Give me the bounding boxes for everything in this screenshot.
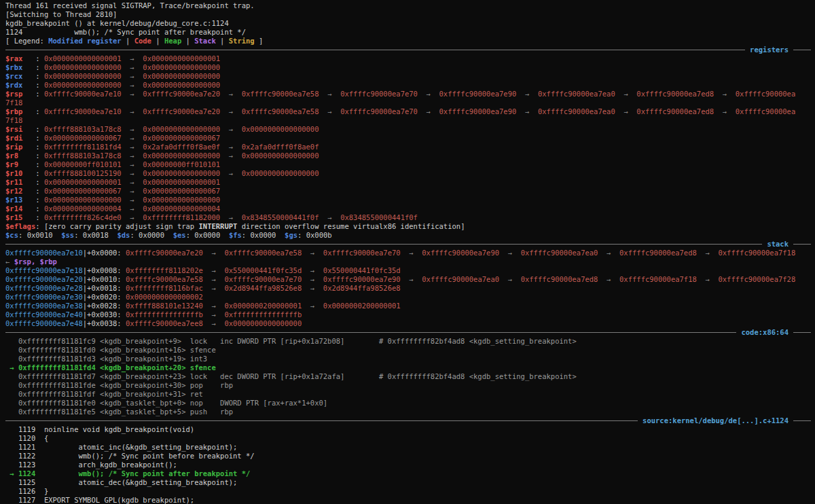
section-separator-registers: registers bbox=[5, 46, 815, 54]
text-segment: → bbox=[122, 63, 143, 71]
text-segment: 0xffffffff81182000 bbox=[143, 213, 220, 221]
text-segment: → bbox=[714, 107, 736, 115]
text-segment: $es bbox=[173, 231, 186, 239]
text-segment: → bbox=[122, 178, 143, 186]
text-segment: 0xffffc90000ea7e30 bbox=[5, 293, 83, 301]
text-segment: 0xffffc90000ea7e48 bbox=[5, 319, 83, 327]
text-segment: 0xffffc90000ea7f18 bbox=[718, 249, 795, 257]
register-row-r13: $r13 : 0x0000000000000000 → 0x0000000000… bbox=[5, 196, 815, 204]
text-segment: 0x0000000000000002 bbox=[126, 293, 203, 301]
text-segment: $rdi bbox=[5, 134, 22, 142]
text-segment: 0xffffc90000ea7ea0 bbox=[538, 90, 615, 98]
text-segment: : bbox=[22, 107, 44, 115]
text-segment: 0xffffc90000ea bbox=[736, 107, 796, 115]
text-segment: → bbox=[122, 72, 143, 80]
text-segment: : bbox=[22, 196, 44, 204]
text-segment: 0x2d8944ffa98526e8 bbox=[323, 284, 401, 292]
register-row-rbp: $rbp : 0xffffc90000ea7e10 → 0xffffc90000… bbox=[5, 107, 815, 116]
text-segment: 0xffffc90000ea7e20 bbox=[126, 249, 203, 257]
text-segment: 0xffffc90000ea7e70 bbox=[340, 107, 418, 115]
text-segment: → bbox=[220, 125, 242, 133]
text-segment: 0xffffc90000ea7e70 bbox=[224, 275, 302, 283]
text-segment: 0x0000000000000067 bbox=[143, 134, 220, 142]
text-segment: 0xffffc90000ea7ea0 bbox=[422, 275, 499, 283]
text-segment bbox=[276, 231, 285, 239]
text-segment: $rsi bbox=[5, 125, 22, 133]
register-row-rdi: $rdi : 0x0000000000000067 → 0x0000000000… bbox=[5, 134, 815, 143]
text-segment: 0x0000 bbox=[251, 231, 276, 239]
source-row: 1126 } bbox=[5, 487, 815, 496]
text-segment: 0xffffc90000ea7e70 bbox=[323, 249, 401, 257]
text-segment: |+0x0028: bbox=[83, 302, 126, 310]
register-row-r10: $r10 : 0xffff888100125190 → 0x0000000000… bbox=[5, 169, 815, 178]
text-segment: 0xffffffff81181fd3 <kgdb_breakpoint+19> … bbox=[5, 355, 207, 363]
stack-row: 0xffffc90000ea7e20|+0x0010: 0xffffc90000… bbox=[5, 275, 815, 284]
text-segment: 0xffffffff826c4de0 bbox=[44, 213, 122, 221]
text-segment: 0xffffc90000ea7ee8 bbox=[126, 319, 203, 327]
text-segment: → bbox=[122, 160, 143, 168]
text-segment: 0x0000000000000001 bbox=[44, 54, 122, 62]
text-segment: 0x0000000000000000 bbox=[44, 196, 122, 204]
text-segment: 0xffff888100125190 bbox=[44, 169, 122, 177]
register-row-rax: $rax : 0x0000000000000001 → 0x0000000000… bbox=[5, 54, 815, 63]
code-row: 0xffffffff81181fe5 <kgdb_tasklet_bpt+5> … bbox=[5, 408, 815, 416]
text-segment: | bbox=[181, 37, 194, 45]
text-segment: [zero carry parity adjust sign trap bbox=[44, 222, 199, 230]
text-segment: [ Legend: bbox=[5, 37, 48, 45]
text-segment: 1121 atomic_inc(&kgdb_setting_breakpoint… bbox=[5, 443, 237, 451]
text-segment: 0x0000000000000067 bbox=[44, 187, 122, 195]
section-separator-source: source:kernel/debug/de[...].c+1124 bbox=[5, 416, 815, 425]
text-segment: 0x0000000000000001 bbox=[143, 178, 220, 186]
text-segment: |+0x0038: bbox=[83, 319, 126, 327]
text-segment: 0xffffc90000ea7ed8 bbox=[636, 107, 714, 115]
section-title-code: code:x86:64 bbox=[741, 328, 789, 337]
text-segment: : bbox=[130, 231, 139, 239]
source-row: 1127 EXPORT_SYMBOL_GPL(kgdb_breakpoint); bbox=[5, 496, 815, 504]
text-segment: [Switching to Thread 2810] bbox=[5, 10, 117, 18]
code-row: 0xffffffff81181fd0 <kgdb_breakpoint+16> … bbox=[5, 346, 815, 355]
text-segment: 0x00000000ff010101 bbox=[143, 160, 220, 168]
text-segment: 0x000b bbox=[306, 231, 332, 239]
gef-debugger-terminal[interactable]: Thread 161 received signal SIGTRAP, Trac… bbox=[0, 0, 815, 504]
text-segment: 1125 atomic_dec(&kgdb_setting_breakpoint… bbox=[5, 478, 237, 486]
text-segment: | bbox=[216, 37, 229, 45]
text-segment: → bbox=[319, 107, 341, 115]
text-segment: 0x0000000200000001 bbox=[224, 302, 302, 310]
text-segment: : bbox=[22, 54, 44, 62]
text-segment: 0x0000000000000000 bbox=[143, 169, 220, 177]
register-row-r8: $r8 : 0xffff888103a178c8 → 0x00000000000… bbox=[5, 151, 815, 160]
text-segment: → bbox=[220, 143, 242, 151]
text-segment: 0x0000000000000004 bbox=[143, 204, 220, 213]
text-segment: 0x8348550000441f0f bbox=[242, 213, 319, 221]
text-segment: 0xffffc90000ea7f18 bbox=[619, 275, 697, 283]
text-segment: 0xffffffff8118202e bbox=[126, 266, 203, 274]
text-segment: → bbox=[499, 249, 521, 257]
text-segment: 0xffff888103a178c8 bbox=[44, 151, 122, 160]
text-segment: 0xffffffff81181fd0 <kgdb_breakpoint+16> … bbox=[5, 346, 216, 354]
text-segment: 0xffffc90000ea7e20 bbox=[143, 107, 220, 115]
text-segment: 0xffffc90000ea7e18 bbox=[5, 266, 83, 274]
text-segment: |+0x0008: bbox=[83, 266, 126, 274]
text-segment: $r8 bbox=[5, 151, 18, 160]
stack-row-register-hint: ← $rsp, $rbp bbox=[5, 257, 815, 266]
text-segment: 0xffffc90000ea7e10 bbox=[44, 90, 122, 98]
text-segment: → bbox=[697, 249, 719, 257]
text-segment: 0xffffc90000ea7e70 bbox=[340, 90, 418, 98]
text-segment: 0xfffffffffffffffb bbox=[224, 310, 302, 319]
text-segment: → bbox=[122, 187, 143, 195]
register-row-rbx: $rbx : 0x0000000000000000 → 0x0000000000… bbox=[5, 63, 815, 72]
text-segment: 0x0000000000000000 bbox=[143, 81, 220, 89]
text-segment: → bbox=[122, 169, 143, 177]
text-segment: 0xffffc90000ea7e20 bbox=[5, 275, 83, 283]
text-segment: 0xffffc90000ea7e38 bbox=[5, 302, 83, 310]
code-row: 0xffffffff81181fdf <kgdb_breakpoint+31> … bbox=[5, 390, 815, 399]
text-segment: → bbox=[516, 90, 538, 98]
stack-row: 0xffffc90000ea7e10|+0x0000: 0xffffc90000… bbox=[5, 249, 815, 257]
text-segment: 0x550000441f0fc35d bbox=[224, 266, 302, 274]
text-segment: 1124 wmb(); /* Sync point after breakpoi… bbox=[18, 469, 250, 478]
text-segment: : bbox=[22, 187, 44, 195]
text-segment: 0x0000000000000000 bbox=[242, 169, 319, 177]
text-segment: → bbox=[203, 284, 225, 292]
text-segment: → bbox=[615, 90, 637, 98]
text-segment: $r14 bbox=[5, 204, 22, 213]
